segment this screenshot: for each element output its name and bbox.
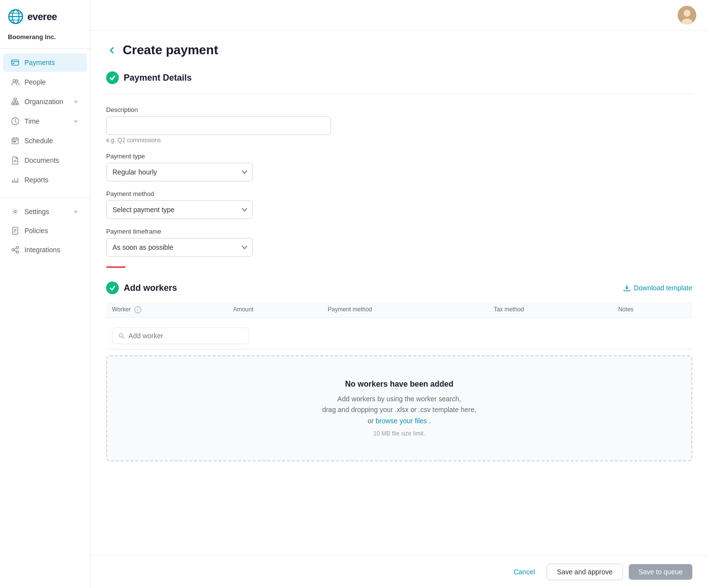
payment-method-select[interactable]: Select payment type ACH Check Wire (106, 200, 253, 219)
description-label: Description (106, 106, 692, 113)
schedule-icon (11, 136, 20, 145)
svg-point-40 (16, 251, 19, 253)
sidebar-item-payments[interactable]: Payments (3, 53, 87, 72)
svg-rect-11 (12, 103, 14, 105)
reports-icon (11, 175, 20, 184)
sidebar-divider (0, 48, 90, 49)
sidebar-item-documents[interactable]: Documents (3, 151, 87, 170)
time-icon (11, 117, 20, 126)
empty-state-line2: drag and dropping your .xlsx or .csv tem… (322, 406, 476, 414)
settings-icon (11, 207, 20, 216)
download-icon (623, 284, 631, 292)
sidebar-item-payments-label: Payments (24, 59, 55, 66)
payments-icon (11, 58, 20, 67)
payment-type-group: Payment type Regular hourly Bonus Commis… (106, 152, 692, 181)
sidebar-item-schedule[interactable]: Schedule (3, 131, 87, 150)
browse-files-link[interactable]: browse your files (376, 417, 429, 425)
svg-point-38 (12, 249, 14, 251)
add-workers-check (106, 282, 119, 294)
col-notes: Notes (612, 302, 692, 317)
svg-line-42 (14, 250, 17, 252)
page-title-row: Create payment (106, 43, 692, 58)
empty-state-line3: or (368, 417, 374, 425)
payment-timeframe-select[interactable]: As soon as possible Next payroll Custom (106, 238, 253, 257)
workers-table-head: Worker i Amount Payment method Tax metho… (106, 302, 692, 317)
svg-point-46 (119, 333, 123, 337)
save-approve-button[interactable]: Save and approve (547, 564, 623, 580)
organization-icon (11, 97, 20, 106)
col-amount: Amount (227, 302, 322, 317)
header-bar (90, 0, 708, 31)
sidebar-item-settings-label: Settings (24, 208, 49, 216)
payment-details-divider (106, 94, 692, 94)
check-icon (109, 74, 116, 81)
back-button[interactable] (106, 44, 118, 56)
payment-method-label: Payment method (106, 190, 692, 197)
workers-table-body (106, 317, 692, 349)
sidebar-item-integrations-label: Integrations (24, 246, 60, 254)
payment-type-select[interactable]: Regular hourly Bonus Commission Reimburs… (106, 163, 253, 181)
sidebar-item-policies[interactable]: Policies (3, 221, 87, 240)
save-queue-button[interactable]: Save to queue (629, 564, 692, 580)
svg-rect-7 (13, 63, 15, 64)
sidebar-item-people[interactable]: People (3, 73, 87, 91)
sidebar-bottom: Settings Policies Integr (0, 197, 90, 260)
time-chevron-icon (72, 118, 79, 125)
sidebar-item-time[interactable]: Time (3, 112, 87, 131)
user-avatar[interactable] (678, 6, 696, 24)
payment-details-check (106, 71, 119, 84)
sidebar-item-people-label: People (24, 78, 46, 86)
payment-details-title: Payment Details (124, 73, 192, 83)
integrations-icon (11, 245, 20, 254)
svg-point-33 (14, 211, 17, 213)
sidebar: everee Boomerang Inc. Payments People (0, 0, 90, 588)
worker-info-icon[interactable]: i (134, 306, 141, 313)
sidebar-item-time-label: Time (24, 117, 40, 125)
empty-state-title: No workers have been added (119, 380, 680, 389)
documents-icon (11, 156, 20, 165)
payment-type-select-wrapper: Regular hourly Bonus Commission Reimburs… (106, 163, 253, 181)
empty-state: No workers have been added Add workers b… (106, 355, 692, 461)
page-content: Create payment Payment Details Descripti… (90, 31, 708, 555)
sidebar-item-integrations[interactable]: Integrations (3, 240, 87, 259)
description-input[interactable] (106, 116, 331, 135)
svg-point-8 (13, 80, 16, 82)
svg-point-9 (16, 80, 18, 82)
svg-line-41 (14, 248, 17, 249)
sidebar-item-settings[interactable]: Settings (3, 202, 87, 221)
svg-line-47 (123, 337, 124, 338)
payment-details-section: Payment Details Description e.g. Q2 comm… (106, 71, 692, 268)
workers-table: Worker i Amount Payment method Tax metho… (106, 302, 692, 349)
policies-icon (11, 226, 20, 235)
payment-timeframe-group: Payment timeframe As soon as possible Ne… (106, 228, 692, 257)
back-arrow-icon (107, 45, 117, 55)
cancel-button[interactable]: Cancel (508, 564, 541, 580)
add-workers-title: Add workers (124, 283, 177, 293)
payment-method-group: Payment method Select payment type ACH C… (106, 190, 692, 219)
svg-rect-12 (14, 103, 17, 105)
svg-point-44 (684, 10, 690, 17)
page-title: Create payment (123, 43, 218, 58)
search-icon (118, 332, 125, 339)
payment-details-header: Payment Details (106, 71, 692, 84)
svg-rect-5 (12, 60, 19, 65)
logo: everee (0, 0, 90, 29)
payment-timeframe-label: Payment timeframe (106, 228, 692, 235)
sidebar-item-reports[interactable]: Reports (3, 171, 87, 189)
footer-actions: Cancel Save and approve Save to queue (90, 555, 708, 588)
add-workers-title-row: Add workers (106, 282, 177, 294)
add-workers-section: Add workers Download template Worker (106, 282, 692, 461)
sidebar-item-organization[interactable]: Organization (3, 92, 87, 111)
col-worker: Worker i (106, 302, 227, 317)
avatar-image (678, 6, 696, 24)
add-workers-check-icon (109, 284, 116, 291)
add-worker-row (106, 317, 692, 349)
empty-state-line1: Add workers by using the worker search, (337, 395, 461, 403)
add-worker-input[interactable] (129, 332, 243, 340)
sidebar-item-documents-label: Documents (24, 156, 59, 164)
sidebar-item-reports-label: Reports (24, 176, 48, 184)
people-icon (11, 78, 20, 87)
logo-icon (8, 9, 23, 24)
download-template-link[interactable]: Download template (623, 284, 692, 292)
svg-rect-10 (14, 98, 16, 100)
